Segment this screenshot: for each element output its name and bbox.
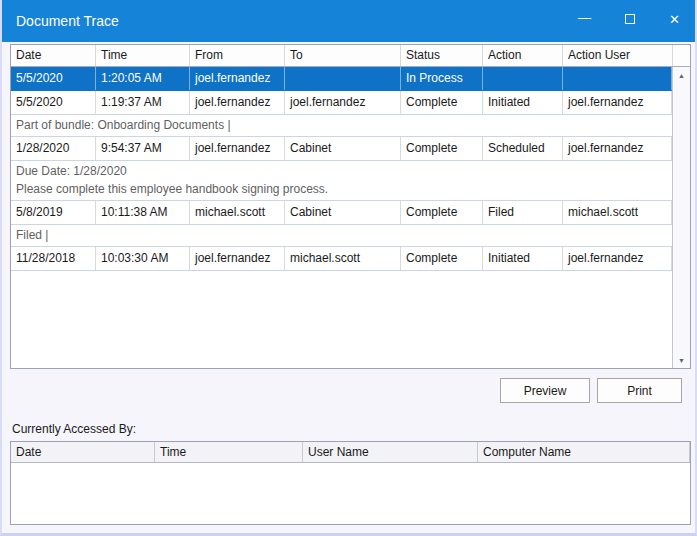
cell: 10:03:30 AM <box>96 247 190 270</box>
cell: Initiated <box>483 247 563 270</box>
cell: joel.fernandez <box>285 91 401 114</box>
cell: joel.fernandez <box>190 137 285 160</box>
accessed-by-table: DateTimeUser NameComputer Name <box>10 441 691 525</box>
cell: joel.fernandez <box>190 247 285 270</box>
cell <box>563 67 672 90</box>
accessed-column-header-user-name[interactable]: User Name <box>303 442 478 462</box>
vertical-scrollbar[interactable]: ▲ ▼ <box>672 67 690 368</box>
cell: michael.scott <box>190 201 285 224</box>
column-header-from[interactable]: From <box>190 45 285 66</box>
preview-button[interactable]: Preview <box>500 378 590 403</box>
table-row[interactable]: 1/28/20209:54:37 AMjoel.fernandezCabinet… <box>11 137 672 161</box>
cell: 5/5/2020 <box>11 67 96 90</box>
column-header-date[interactable]: Date <box>11 45 96 66</box>
scroll-down-icon[interactable]: ▼ <box>673 352 690 368</box>
cell: 10:11:38 AM <box>96 201 190 224</box>
cell: Complete <box>401 201 483 224</box>
accessed-column-header-computer-name[interactable]: Computer Name <box>478 442 690 462</box>
trace-table: DateTimeFromToStatusActionAction User 5/… <box>10 44 691 369</box>
column-header-action-user[interactable]: Action User <box>563 45 673 66</box>
cell: joel.fernandez <box>190 91 285 114</box>
table-note-row[interactable]: Due Date: 1/28/2020Please complete this … <box>11 161 672 201</box>
cell: 11/28/2018 <box>11 247 96 270</box>
minimize-button[interactable]: — <box>562 0 607 38</box>
note-line: Please complete this employee handbook s… <box>16 180 668 198</box>
accessed-by-table-header: DateTimeUser NameComputer Name <box>11 442 690 463</box>
minimize-icon: — <box>578 11 591 24</box>
table-row[interactable]: 5/8/201910:11:38 AMmichael.scottCabinetC… <box>11 201 672 225</box>
cell: Complete <box>401 91 483 114</box>
cell: 5/8/2019 <box>11 201 96 224</box>
note-line: Part of bundle: Onboarding Documents | <box>16 116 668 134</box>
cell: Cabinet <box>285 201 401 224</box>
cell: joel.fernandez <box>563 91 672 114</box>
cell: Initiated <box>483 91 563 114</box>
cell: 9:54:37 AM <box>96 137 190 160</box>
accessed-column-header-date[interactable]: Date <box>11 442 155 462</box>
cell: joel.fernandez <box>563 247 672 270</box>
window-title: Document Trace <box>0 13 119 29</box>
close-button[interactable]: ✕ <box>652 0 697 38</box>
column-header-time[interactable]: Time <box>96 45 190 66</box>
column-header-action[interactable]: Action <box>483 45 563 66</box>
cell: michael.scott <box>563 201 672 224</box>
cell: 1/28/2020 <box>11 137 96 160</box>
cell <box>285 67 401 90</box>
trace-table-header: DateTimeFromToStatusActionAction User <box>11 45 690 67</box>
cell: Filed <box>483 201 563 224</box>
cell: Scheduled <box>483 137 563 160</box>
trace-table-body: 5/5/20201:20:05 AMjoel.fernandezIn Proce… <box>11 67 672 368</box>
table-note-row[interactable]: Filed | <box>11 225 672 247</box>
cell: michael.scott <box>285 247 401 270</box>
cell: joel.fernandez <box>563 137 672 160</box>
document-trace-window: Document Trace — ✕ DateTimeFromToStatusA… <box>0 0 697 536</box>
cell: joel.fernandez <box>190 67 285 90</box>
column-header-to[interactable]: To <box>285 45 401 66</box>
scroll-up-icon[interactable]: ▲ <box>673 67 690 83</box>
cell <box>483 67 563 90</box>
currently-accessed-label: Currently Accessed By: <box>12 422 136 436</box>
header-spacer <box>673 45 690 66</box>
note-line: Due Date: 1/28/2020 <box>16 162 668 180</box>
column-header-status[interactable]: Status <box>401 45 483 66</box>
table-row-selected[interactable]: 5/5/20201:20:05 AMjoel.fernandezIn Proce… <box>11 67 672 91</box>
cell: Cabinet <box>285 137 401 160</box>
table-row[interactable]: 11/28/201810:03:30 AMjoel.fernandezmicha… <box>11 247 672 271</box>
table-note-row[interactable]: Part of bundle: Onboarding Documents | <box>11 115 672 137</box>
maximize-icon <box>625 14 635 24</box>
accessed-by-table-body <box>11 463 690 524</box>
maximize-button[interactable] <box>607 0 652 38</box>
note-line: Filed | <box>16 226 668 244</box>
title-bar: Document Trace — ✕ <box>0 0 697 42</box>
cell: In Process <box>401 67 483 90</box>
print-button[interactable]: Print <box>597 378 682 403</box>
accessed-column-header-time[interactable]: Time <box>155 442 303 462</box>
cell: 1:20:05 AM <box>96 67 190 90</box>
table-row[interactable]: 5/5/20201:19:37 AMjoel.fernandezjoel.fer… <box>11 91 672 115</box>
cell: 5/5/2020 <box>11 91 96 114</box>
caption-buttons: — ✕ <box>562 0 697 42</box>
cell: Complete <box>401 137 483 160</box>
cell: 1:19:37 AM <box>96 91 190 114</box>
close-icon: ✕ <box>669 12 680 27</box>
cell: Complete <box>401 247 483 270</box>
